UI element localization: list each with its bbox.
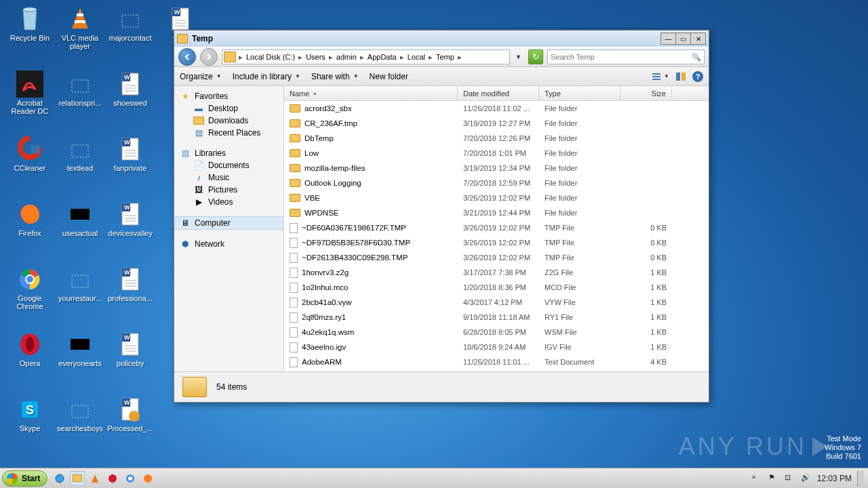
breadcrumb-segment[interactable]: Temp <box>434 53 456 61</box>
file-row[interactable]: 1o2lnhui.mco1/20/2018 8:36 PMMCO File1 K… <box>284 280 709 295</box>
favorites-header[interactable]: ★Favorites <box>174 90 283 102</box>
col-type[interactable]: Type <box>539 86 620 100</box>
file-row[interactable]: 1honvrv3.z2g3/17/2017 7:38 PMZ2G File1 K… <box>284 265 709 280</box>
maximize-button[interactable]: ▭ <box>675 33 691 45</box>
desktop-icon-vlc-media-player[interactable]: VLC media player <box>56 5 104 50</box>
minimize-button[interactable]: — <box>660 33 676 45</box>
chevron-right-icon[interactable]: ▸ <box>328 53 334 61</box>
taskbar-opera[interactable] <box>105 471 120 486</box>
nav-documents[interactable]: 📄Documents <box>174 159 283 171</box>
view-options-button[interactable]: ▼ <box>652 72 669 81</box>
dropdown-arrow-icon[interactable]: ▼ <box>515 54 521 60</box>
breadcrumb[interactable]: ▸ Local Disk (C:)▸Users▸admin▸AppData▸Lo… <box>222 49 510 64</box>
clock[interactable]: 12:03 PM <box>817 474 852 483</box>
chevron-right-icon[interactable]: ▸ <box>237 53 244 62</box>
desktop-icon-everyonearts[interactable]: everyonearts <box>56 331 104 367</box>
desktop-icon-professiona-[interactable]: Wprofessiona... <box>106 266 155 302</box>
preview-pane-button[interactable] <box>676 72 686 81</box>
file-row[interactable]: acrord32_sbx11/26/2018 11:02 AMFile fold… <box>284 101 709 116</box>
desktop-icon-devicesvalley[interactable]: Wdevicesvalley <box>106 201 155 237</box>
desktop-icon-fanprivate[interactable]: Wfanprivate <box>106 136 155 172</box>
desktop-icon-opera[interactable]: Opera <box>5 331 54 367</box>
new-folder-button[interactable]: New folder <box>370 72 408 81</box>
chevron-right-icon[interactable]: ▸ <box>359 53 366 61</box>
file-row[interactable]: mozilla-temp-files3/19/2019 12:34 PMFile… <box>284 161 709 176</box>
file-row[interactable]: ~DF2613B4330C09E298.TMP3/26/2019 12:02 P… <box>284 250 709 265</box>
nav-music[interactable]: ♪Music <box>174 171 283 184</box>
chevron-right-icon[interactable]: ▸ <box>297 53 304 61</box>
forward-button[interactable] <box>200 48 218 66</box>
col-size[interactable]: Size <box>620 86 672 100</box>
desktop-icon-acrobat-reader-dc[interactable]: Acrobat Reader DC <box>5 70 54 115</box>
taskbar-vlc[interactable] <box>87 471 102 486</box>
breadcrumb-segment[interactable]: AppData <box>366 53 399 61</box>
include-in-library-menu[interactable]: Include in library▼ <box>233 72 300 81</box>
file-row[interactable]: 2bcb41a0.vyw4/3/2017 4:12 PMVYW File1 KB <box>284 295 709 310</box>
desktop-icon-relationspri-[interactable]: relationspri... <box>56 70 104 107</box>
nav-computer[interactable]: 🖥Computer <box>174 216 283 230</box>
desktop-icon-firefox[interactable]: Firefox <box>5 201 54 237</box>
file-row[interactable]: VBE3/26/2019 12:02 PMFile folder <box>284 190 709 205</box>
volume-icon[interactable]: 🔊 <box>801 473 812 484</box>
show-desktop-button[interactable] <box>857 470 864 487</box>
file-row[interactable]: Outlook Logging7/20/2018 12:59 PMFile fo… <box>284 176 709 190</box>
desktop-icon-ccleaner[interactable]: CCleaner <box>5 136 54 172</box>
file-row[interactable]: DbTemp7/20/2018 12:26 PMFile folder <box>284 131 709 146</box>
desktop-icon-skype[interactable]: SSkype <box>5 396 54 432</box>
desktop-icon-majorcontact[interactable]: majorcontact <box>106 5 155 42</box>
file-row[interactable]: ~DF60A0367E1986172F.TMP3/26/2019 12:02 P… <box>284 220 709 235</box>
file-row[interactable]: 43aeelno.igv10/6/2018 9:24 AMIGV File1 K… <box>284 340 709 354</box>
titlebar[interactable]: Temp — ▭ ✕ <box>174 30 709 47</box>
desktop-icon-usesactual[interactable]: usesactual <box>56 201 104 237</box>
desktop-icon-processed-[interactable]: WProcessed_... <box>106 396 155 432</box>
col-name[interactable]: Name ▲ <box>284 86 458 100</box>
desktop-icon-recycle-bin[interactable]: Recycle Bin <box>5 5 54 42</box>
file-row[interactable]: 4u2ekq1q.wsm6/28/2018 8:05 PMWSM File1 K… <box>284 325 709 340</box>
file-row[interactable]: Low7/20/2018 1:01 PMFile folder <box>284 146 709 161</box>
folder-icon <box>290 164 300 172</box>
nav-pictures[interactable]: 🖼Pictures <box>174 184 283 196</box>
desktop-icon-textlead[interactable]: textlead <box>56 136 104 172</box>
file-row[interactable]: AdobeARM11/26/2018 11:01 AMText Document… <box>284 354 709 369</box>
nav-recent[interactable]: ▤Recent Places <box>174 127 283 139</box>
start-button[interactable]: Start <box>2 470 47 487</box>
taskbar-chrome[interactable] <box>123 471 138 486</box>
help-button[interactable]: ? <box>692 71 703 82</box>
device-icon[interactable]: ⊡ <box>785 473 795 484</box>
nav-network[interactable]: ⬢Network <box>174 238 283 250</box>
organize-menu[interactable]: Organize▼ <box>180 72 222 81</box>
chevron-right-icon[interactable]: ▸ <box>427 53 434 61</box>
desktop-icon-shoeswed[interactable]: Wshoeswed <box>106 70 155 107</box>
file-date: 3/26/2019 12:02 PM <box>458 253 539 262</box>
nav-videos[interactable]: ▶Videos <box>174 196 283 208</box>
pictures-icon: 🖼 <box>193 185 204 195</box>
nav-desktop[interactable]: ▬Desktop <box>174 102 283 115</box>
tray-expand-icon[interactable]: » <box>752 473 763 484</box>
taskbar-firefox[interactable] <box>140 471 155 486</box>
file-row[interactable]: 2qlf0mzs.ry19/19/2018 11:18 AMRY1 File1 … <box>284 310 709 325</box>
col-date[interactable]: Date modified <box>458 86 539 100</box>
breadcrumb-segment[interactable]: admin <box>334 53 359 61</box>
taskbar-explorer[interactable] <box>70 471 85 486</box>
breadcrumb-segment[interactable]: Local Disk (C:) <box>244 53 297 61</box>
close-button[interactable]: ✕ <box>690 33 706 45</box>
back-button[interactable] <box>178 48 196 66</box>
desktop-icon-yourrestaur-[interactable]: yourrestaur... <box>56 266 104 302</box>
chevron-right-icon[interactable]: ▸ <box>399 53 406 61</box>
desktop-icon-google-chrome[interactable]: Google Chrome <box>5 266 54 310</box>
breadcrumb-segment[interactable]: Local <box>406 53 427 61</box>
file-row[interactable]: CR_236AF.tmp3/19/2019 12:27 PMFile folde… <box>284 116 709 131</box>
chevron-right-icon[interactable]: ▸ <box>456 53 463 61</box>
desktop-icon-policeby[interactable]: Wpoliceby <box>106 331 155 367</box>
libraries-header[interactable]: ▧Libraries <box>174 147 283 159</box>
refresh-button[interactable]: ↻ <box>528 49 543 64</box>
desktop-icon-searchesboys[interactable]: searchesboys <box>56 396 104 432</box>
nav-downloads[interactable]: Downloads <box>174 115 283 127</box>
taskbar-ie[interactable] <box>52 471 67 486</box>
file-row[interactable]: ~DF97DB5B3E578F6D30.TMP3/26/2019 12:02 P… <box>284 235 709 250</box>
share-with-menu[interactable]: Share with▼ <box>311 72 359 81</box>
search-input[interactable]: Search Temp 🔍 <box>547 49 705 64</box>
flag-icon[interactable]: ⚑ <box>768 473 779 484</box>
breadcrumb-segment[interactable]: Users <box>304 53 328 61</box>
file-row[interactable]: WPDNSE3/21/2019 12:44 PMFile folder <box>284 205 709 220</box>
